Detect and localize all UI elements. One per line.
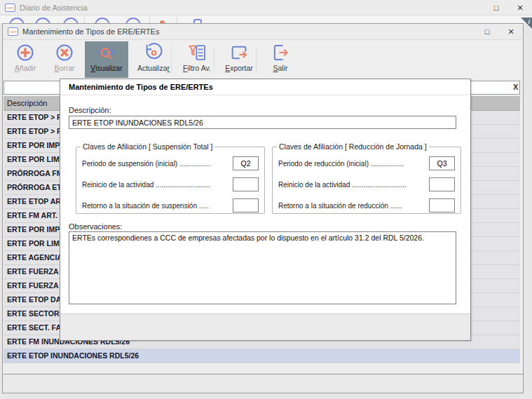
- window-title: Mantenimiento de Tipos de ERE/ERTEs: [22, 27, 159, 36]
- dialog-footer: Aceptar: [60, 313, 470, 340]
- toolbar-button-borrar: Borrar: [45, 41, 84, 78]
- suspension-total-group: Claves de Afiliación [ Suspensión Total …: [76, 142, 265, 214]
- app-logo-icon: nom: [5, 4, 15, 12]
- toolbar: AñadirBorrarVisualizarActualizarFiltro A…: [3, 40, 523, 80]
- descripcion-label: Descripción:: [69, 106, 111, 114]
- observaciones-label: Observaciones:: [69, 222, 122, 231]
- info-corner-letter: i: [528, 18, 530, 25]
- background-window-title: Diario de Asistencia: [20, 4, 88, 12]
- affiliation-field-label: Periodo de reducción (inicial) .........…: [278, 160, 404, 168]
- toolbar-separator: [214, 46, 214, 74]
- view-eye-search-icon: [95, 41, 118, 64]
- close-button[interactable]: ✕: [508, 1, 532, 15]
- toolbar-button-actualizar[interactable]: Actualizar: [134, 41, 173, 78]
- affiliation-field-label: Reinicio de la actividad ...............…: [278, 181, 407, 189]
- reduccion-jornada-legend: Claves de Afiliación [ Reducción de Jorn…: [277, 142, 429, 151]
- dialog-title: Mantenimiento de Tipos de ERE/ERTEs: [69, 83, 213, 91]
- add-circle-icon: [15, 41, 36, 64]
- affiliation-key-input[interactable]: [429, 198, 455, 212]
- toolbar-button-a-adir: Añadir: [6, 41, 45, 78]
- toolbar-button-label: Actualizar: [137, 64, 170, 72]
- background-toolbar-peek: [0, 15, 532, 23]
- table-row[interactable]: ERTE ETOP INUNDACIONES RDL5/26: [4, 349, 520, 363]
- toolbar-separator: [256, 46, 257, 74]
- descripcion-input[interactable]: [69, 116, 456, 129]
- app-logo-icon: nom: [8, 27, 18, 36]
- peek-icon: [35, 18, 50, 23]
- ere-erte-dialog: Mantenimiento de Tipos de ERE/ERTEs Desc…: [60, 79, 471, 341]
- suspension-total-legend: Claves de Afiliación [ Suspensión Total …: [81, 142, 214, 151]
- affiliation-field-label: Periodo de suspensión (inicial) ........…: [82, 160, 210, 168]
- affiliation-key-input[interactable]: [233, 198, 259, 212]
- toolbar-button-label: Salir: [273, 64, 287, 72]
- toolbar-button-label: Filtro Av.: [183, 64, 211, 72]
- affiliation-key-input[interactable]: [233, 156, 259, 170]
- affiliation-field: Retorno a la situación de reducción ....…: [278, 198, 455, 212]
- toolbar-button-label: Exportar: [225, 64, 253, 72]
- maximize-button[interactable]: □: [475, 25, 499, 39]
- affiliation-field: Reinicio de la actividad ...............…: [278, 177, 455, 191]
- maximize-button[interactable]: □: [484, 1, 508, 15]
- toolbar-separator: [171, 46, 172, 74]
- toolbar-button-salir[interactable]: Salir: [261, 41, 300, 78]
- close-button[interactable]: ✕: [499, 25, 523, 39]
- toolbar-separator: [84, 17, 85, 23]
- affiliation-key-input[interactable]: [429, 177, 455, 191]
- toolbar-separator: [149, 17, 150, 23]
- filter-clear-button[interactable]: X: [513, 83, 518, 91]
- affiliation-field: Retorno a la situación de suspensión ...…: [82, 198, 259, 212]
- background-window-titlebar: nom Diario de Asistencia □ ✕: [0, 0, 532, 15]
- affiliation-key-input[interactable]: [233, 177, 259, 191]
- toolbar-button-label: Añadir: [15, 64, 36, 72]
- divider: [60, 95, 470, 95]
- toolbar-separator: [177, 17, 177, 23]
- reduccion-jornada-group: Claves de Afiliación [ Reducción de Jorn…: [272, 142, 461, 214]
- window-titlebar: nom Mantenimiento de Tipos de ERE/ERTEs …: [3, 24, 523, 40]
- affiliation-key-input[interactable]: [429, 156, 455, 170]
- toolbar-button-exportar[interactable]: Exportar: [219, 41, 259, 78]
- affiliation-field-label: Retorno a la situación de suspensión ...…: [82, 202, 209, 210]
- toolbar-button-label: Visualizar: [90, 64, 122, 72]
- toolbar-button-filtro-av[interactable]: Filtro Av.: [177, 41, 217, 78]
- affiliation-field: Periodo de suspensión (inicial) ........…: [82, 156, 259, 170]
- affiliation-field-label: Retorno a la situación de reducción ....…: [278, 202, 402, 210]
- affiliation-field: Periodo de reducción (inicial) .........…: [278, 156, 455, 170]
- info-corner-icon[interactable]: [521, 18, 532, 29]
- refresh-icon: [143, 41, 164, 64]
- peek-icon: [63, 18, 79, 23]
- affiliation-field-label: Reinicio de la actividad ...............…: [82, 181, 210, 189]
- window-footer: Grabar Cancelar: [3, 374, 523, 393]
- delete-circle-icon: [54, 41, 75, 64]
- observaciones-textarea[interactable]: ERTEs correspondienes a CCC de empresas …: [69, 231, 456, 304]
- toolbar-button-visualizar[interactable]: Visualizar: [85, 41, 128, 78]
- export-icon: [229, 41, 250, 64]
- peek-icon: [95, 18, 110, 23]
- affiliation-field: Reinicio de la actividad ...............…: [82, 177, 259, 191]
- exit-door-icon: [270, 41, 291, 64]
- peek-icon: [125, 18, 141, 23]
- peek-icon: [9, 18, 25, 23]
- toolbar-button-label: Borrar: [54, 64, 74, 72]
- advanced-filter-icon: [186, 41, 207, 64]
